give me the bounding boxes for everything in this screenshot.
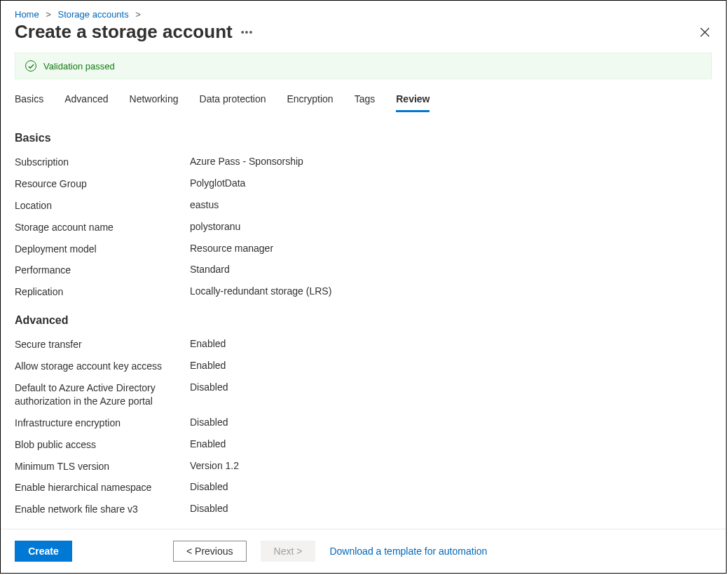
- kv-row: Enable network file share v3 Disabled: [15, 503, 712, 516]
- footer: Create < Previous Next > Download a temp…: [1, 529, 726, 573]
- tab-review[interactable]: Review: [396, 89, 430, 112]
- close-button[interactable]: [698, 25, 712, 39]
- kv-row: Default to Azure Active Directory author…: [15, 381, 712, 408]
- breadcrumb-home[interactable]: Home: [15, 9, 39, 20]
- tab-advanced[interactable]: Advanced: [64, 89, 108, 112]
- kv-value: Enabled: [190, 338, 226, 349]
- kv-label: Secure transfer: [15, 338, 190, 351]
- kv-label: Enable network file share v3: [15, 503, 190, 516]
- tab-tags[interactable]: Tags: [355, 89, 376, 112]
- kv-label: Blob public access: [15, 438, 190, 452]
- kv-label: Enable hierarchical namespace: [15, 481, 190, 494]
- kv-label: Minimum TLS version: [15, 460, 190, 473]
- kv-label: Subscription: [15, 156, 190, 169]
- create-button[interactable]: Create: [15, 541, 72, 562]
- chevron-right-icon: >: [46, 9, 51, 20]
- chevron-right-icon: >: [135, 9, 141, 20]
- kv-label: Storage account name: [15, 221, 190, 234]
- kv-row: Storage account name polystoranu: [15, 221, 712, 234]
- close-icon: [700, 27, 710, 37]
- breadcrumb-storage-accounts[interactable]: Storage accounts: [58, 9, 129, 20]
- kv-row: Infrastructure encryption Disabled: [15, 417, 712, 430]
- kv-value: polystoranu: [190, 221, 240, 232]
- kv-value: Disabled: [190, 503, 228, 514]
- tab-basics[interactable]: Basics: [15, 89, 43, 112]
- check-circle-icon: [25, 60, 36, 72]
- next-button: Next >: [261, 541, 316, 562]
- kv-label: Default to Azure Active Directory author…: [15, 381, 190, 408]
- kv-label: Infrastructure encryption: [15, 417, 190, 430]
- kv-value: Enabled: [190, 360, 226, 371]
- page-title: Create a storage account: [15, 21, 233, 43]
- more-icon[interactable]: •••: [241, 27, 254, 38]
- kv-value: Azure Pass - Sponsorship: [190, 156, 303, 167]
- kv-value: Locally-redundant storage (LRS): [190, 285, 331, 297]
- kv-row: Secure transfer Enabled: [15, 338, 712, 351]
- kv-row: Location eastus: [15, 199, 712, 212]
- kv-row: Deployment model Resource manager: [15, 243, 712, 256]
- kv-value: Disabled: [190, 481, 228, 492]
- kv-value: Enabled: [190, 438, 226, 449]
- kv-label: Performance: [15, 264, 190, 277]
- kv-row: Minimum TLS version Version 1.2: [15, 460, 712, 473]
- kv-row: Subscription Azure Pass - Sponsorship: [15, 156, 712, 169]
- review-content[interactable]: Basics Subscription Azure Pass - Sponsor…: [1, 112, 726, 529]
- previous-button[interactable]: < Previous: [173, 541, 247, 562]
- kv-row: Performance Standard: [15, 264, 712, 277]
- kv-label: Resource Group: [15, 177, 190, 191]
- kv-label: Location: [15, 199, 190, 212]
- tab-encryption[interactable]: Encryption: [287, 89, 334, 112]
- kv-value: PolyglotData: [190, 177, 245, 189]
- download-template-link[interactable]: Download a template for automation: [329, 546, 487, 557]
- breadcrumb: Home > Storage accounts >: [1, 1, 726, 21]
- kv-value: Disabled: [190, 381, 228, 393]
- kv-row: Resource Group PolyglotData: [15, 177, 712, 191]
- kv-row: Blob public access Enabled: [15, 438, 712, 452]
- kv-value: Resource manager: [190, 243, 273, 254]
- kv-value: Version 1.2: [190, 460, 239, 471]
- kv-row: Allow storage account key access Enabled: [15, 360, 712, 373]
- section-heading-basics: Basics: [15, 132, 712, 144]
- kv-value: Standard: [190, 264, 230, 275]
- kv-label: Allow storage account key access: [15, 360, 190, 373]
- kv-value: eastus: [190, 199, 219, 210]
- kv-value: Disabled: [190, 417, 228, 428]
- tab-data-protection[interactable]: Data protection: [200, 89, 266, 112]
- kv-row: Replication Locally-redundant storage (L…: [15, 285, 712, 299]
- kv-row: Enable hierarchical namespace Disabled: [15, 481, 712, 494]
- tab-networking[interactable]: Networking: [130, 89, 179, 112]
- validation-banner: Validation passed: [15, 53, 712, 79]
- validation-text: Validation passed: [43, 61, 115, 72]
- tabs: Basics Advanced Networking Data protecti…: [1, 89, 726, 112]
- section-heading-advanced: Advanced: [15, 314, 712, 327]
- kv-label: Replication: [15, 285, 190, 299]
- kv-label: Deployment model: [15, 243, 190, 256]
